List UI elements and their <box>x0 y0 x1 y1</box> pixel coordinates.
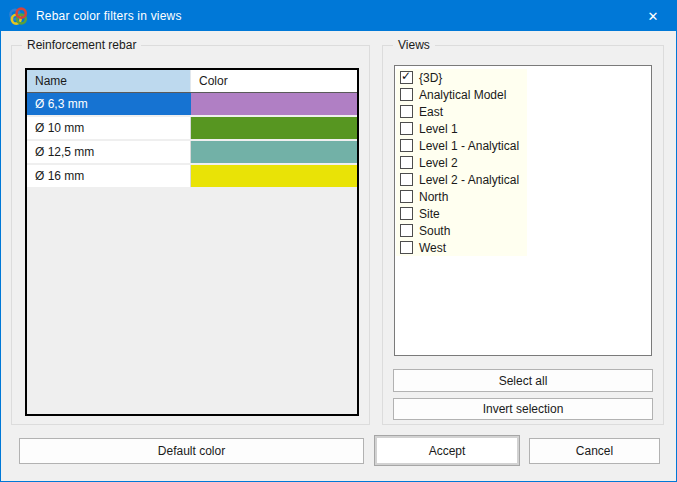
rebar-table-body: Ø 6,3 mm Ø 10 mm Ø 12,5 mm Ø 16 mm <box>27 93 357 187</box>
view-checkbox-item[interactable]: ✓ Analytical Model <box>396 86 527 103</box>
view-label: {3D} <box>419 71 442 85</box>
rebar-table-header: Name Color <box>27 70 357 93</box>
checkbox-icon: ✓ <box>400 190 413 203</box>
checkbox-icon: ✓ <box>400 71 413 84</box>
view-label: North <box>419 190 448 204</box>
close-button[interactable]: ✕ <box>630 1 676 31</box>
checkbox-icon: ✓ <box>400 122 413 135</box>
rebar-color-swatch[interactable] <box>191 165 357 187</box>
rebar-name-cell: Ø 10 mm <box>27 117 191 139</box>
rebar-table-row[interactable]: Ø 6,3 mm <box>27 93 357 115</box>
cancel-button[interactable]: Cancel <box>529 438 660 464</box>
default-color-button[interactable]: Default color <box>19 438 364 464</box>
checkbox-icon: ✓ <box>400 224 413 237</box>
view-label: Level 1 <box>419 122 458 136</box>
rebar-name-cell: Ø 16 mm <box>27 165 191 187</box>
checkbox-icon: ✓ <box>400 241 413 254</box>
view-checkbox-item[interactable]: ✓ West <box>396 239 527 256</box>
checkbox-icon: ✓ <box>400 207 413 220</box>
view-checkbox-item[interactable]: ✓ South <box>396 222 527 239</box>
view-label: Analytical Model <box>419 88 506 102</box>
view-checkbox-item[interactable]: ✓ North <box>396 188 527 205</box>
checkbox-icon: ✓ <box>400 156 413 169</box>
view-label: Level 2 - Analytical <box>419 173 519 187</box>
rebar-table-row[interactable]: Ø 10 mm <box>27 117 357 139</box>
view-label: Level 2 <box>419 156 458 170</box>
view-checkbox-item[interactable]: ✓ East <box>396 103 527 120</box>
view-checkbox-item[interactable]: ✓ Level 1 <box>396 120 527 137</box>
checkbox-icon: ✓ <box>400 88 413 101</box>
window-title: Rebar color filters in views <box>36 9 182 23</box>
group-reinforcement-rebar-label: Reinforcement rebar <box>22 38 141 53</box>
checkmark-icon: ✓ <box>401 69 411 83</box>
view-checkbox-item[interactable]: ✓ Level 2 - Analytical <box>396 171 527 188</box>
checkbox-icon: ✓ <box>400 105 413 118</box>
rebar-name-cell: Ø 12,5 mm <box>27 141 191 163</box>
view-checkbox-item[interactable]: ✓ Level 2 <box>396 154 527 171</box>
rebar-color-swatch[interactable] <box>191 93 357 115</box>
view-checkbox-item[interactable]: ✓ Site <box>396 205 527 222</box>
rebar-color-swatch[interactable] <box>191 141 357 163</box>
rebar-name-cell: Ø 6,3 mm <box>27 93 191 115</box>
view-label: Level 1 - Analytical <box>419 139 519 153</box>
checkbox-icon: ✓ <box>400 139 413 152</box>
titlebar[interactable]: Rebar color filters in views ✕ <box>1 1 676 31</box>
rebar-table: Name Color Ø 6,3 mm Ø 10 mm Ø 12,5 mm Ø … <box>25 68 359 416</box>
column-header-color: Color <box>191 70 357 92</box>
column-header-name: Name <box>27 70 191 92</box>
rebar-color-filters-dialog: Rebar color filters in views ✕ Reinforce… <box>0 0 677 482</box>
group-views-label: Views <box>393 38 435 53</box>
app-logo-icon <box>8 6 28 26</box>
close-icon: ✕ <box>648 9 659 24</box>
rebar-table-row[interactable]: Ø 12,5 mm <box>27 141 357 163</box>
accept-button[interactable]: Accept <box>374 435 520 466</box>
dialog-body: Reinforcement rebar Name Color Ø 6,3 mm … <box>1 31 676 481</box>
view-label: East <box>419 105 443 119</box>
view-label: Site <box>419 207 440 221</box>
view-checkbox-item[interactable]: ✓ Level 1 - Analytical <box>396 137 527 154</box>
views-listbox: ✓ {3D} ✓ Analytical Model ✓ East ✓ Level… <box>394 65 652 356</box>
invert-selection-button[interactable]: Invert selection <box>393 398 653 420</box>
rebar-table-row[interactable]: Ø 16 mm <box>27 165 357 187</box>
view-label: South <box>419 224 450 238</box>
view-label: West <box>419 241 446 255</box>
checkbox-icon: ✓ <box>400 173 413 186</box>
rebar-color-swatch[interactable] <box>191 117 357 139</box>
select-all-button[interactable]: Select all <box>393 369 653 392</box>
view-checkbox-item[interactable]: ✓ {3D} <box>396 69 527 86</box>
